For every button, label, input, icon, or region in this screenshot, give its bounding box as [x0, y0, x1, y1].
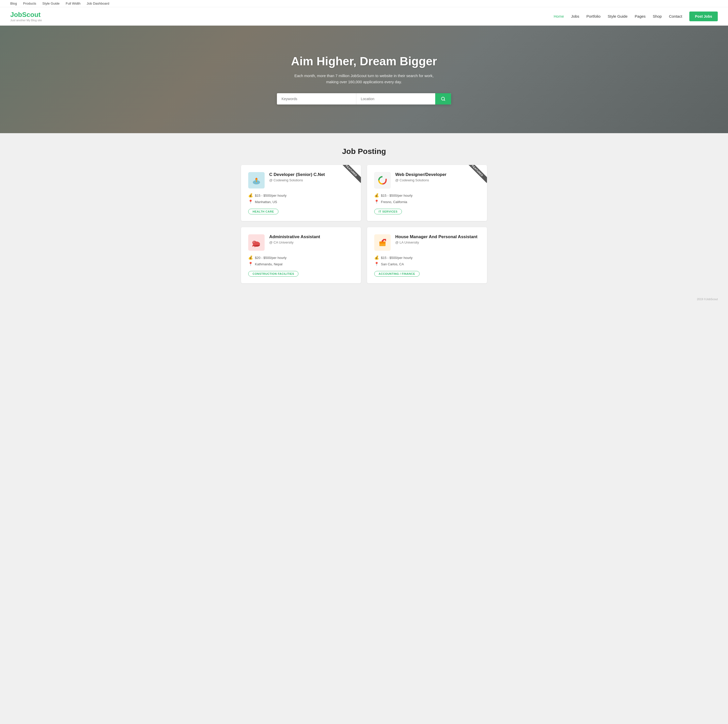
logo[interactable]: JobScout Just another My Blog site — [10, 11, 42, 22]
job-tag-3[interactable]: CONSTRUCTION FACILITIES — [248, 271, 298, 276]
company-name-3: @ CA University — [269, 240, 320, 244]
salary-row-4: 💰 $15 - $500/per hourly — [374, 255, 480, 260]
location-icon-2: 📍 — [374, 200, 379, 204]
search-bar — [277, 93, 451, 104]
location-3: Kathmandu, Nepal — [255, 262, 283, 266]
company-name-2: @ Codewing Solutions — [395, 178, 447, 182]
nav-portfolio[interactable]: Portfolio — [586, 14, 600, 18]
job-card-header-4: House Manager And Personal Assistant @ L… — [374, 234, 480, 251]
money-icon-2: 💰 — [374, 193, 379, 198]
svg-point-7 — [254, 242, 254, 242]
page-footer: 2019 ©JobScout — [0, 293, 728, 305]
job-info-2: Web Designer/Developer @ Codewing Soluti… — [395, 172, 447, 182]
company-logo-2 — [374, 172, 391, 188]
job-card-1[interactable]: FEATURED C Developer (Senior) C.Net @ Co… — [241, 165, 361, 221]
nav-shop[interactable]: Shop — [653, 14, 662, 18]
location-4: San Carlos, CA — [381, 262, 404, 266]
section-title: Job Posting — [241, 147, 487, 156]
salary-row-3: 💰 $20 - $500/per hourly — [248, 255, 354, 260]
location-icon-4: 📍 — [374, 262, 379, 266]
salary-row-1: 💰 $15 - $500/per hourly — [248, 193, 354, 198]
nav-home[interactable]: Home — [554, 14, 564, 18]
nav-jobs[interactable]: Jobs — [571, 14, 580, 18]
salary-4: $15 - $500/per hourly — [381, 256, 413, 260]
location-row-1: 📍 Manhattan, US — [248, 200, 354, 204]
job-title-1: C Developer (Senior) C.Net — [269, 172, 325, 177]
job-meta-3: 💰 $20 - $500/per hourly 📍 Kathmandu, Nep… — [248, 255, 354, 266]
top-bar: Blog Products Style Guide Full Width Job… — [0, 0, 728, 7]
nav-pages[interactable]: Pages — [635, 14, 646, 18]
location-2: Fresno, California — [381, 200, 407, 204]
hero-heading: Aim Higher, Dream Bigger — [5, 54, 723, 68]
job-meta-4: 💰 $15 - $500/per hourly 📍 San Carlos, CA — [374, 255, 480, 266]
main-nav: JobScout Just another My Blog site Home … — [0, 7, 728, 26]
job-card-header-3: Administrative Assistant @ CA University — [248, 234, 354, 251]
jobs-grid: FEATURED C Developer (Senior) C.Net @ Co… — [241, 165, 487, 283]
location-1: Manhattan, US — [255, 200, 277, 204]
keywords-input[interactable] — [277, 93, 356, 104]
job-title-4: House Manager And Personal Assistant — [395, 234, 477, 240]
job-tag-2[interactable]: IT SERVICES — [374, 209, 402, 214]
money-icon-4: 💰 — [374, 255, 379, 260]
svg-point-5 — [252, 241, 256, 244]
svg-rect-8 — [252, 245, 253, 247]
search-button[interactable] — [435, 93, 451, 104]
hero-subtext: Each month, more than 7 million JobScout… — [292, 73, 436, 85]
topbar-products[interactable]: Products — [23, 2, 36, 5]
company-name-4: @ LA University — [395, 240, 477, 244]
location-row-4: 📍 San Carlos, CA — [374, 262, 480, 266]
company-logo-4 — [374, 234, 391, 251]
hero-section: Aim Higher, Dream Bigger Each month, mor… — [0, 26, 728, 133]
logo-icon-3 — [251, 237, 262, 248]
job-tag-4[interactable]: ACCOUNTING / FINANCE — [374, 271, 420, 276]
nav-contact[interactable]: Contact — [669, 14, 682, 18]
location-row-3: 📍 Kathmandu, Nepal — [248, 262, 354, 266]
location-row-2: 📍 Fresno, California — [374, 200, 480, 204]
job-card-4[interactable]: House Manager And Personal Assistant @ L… — [367, 227, 487, 283]
logo-icon-2 — [377, 175, 388, 186]
salary-row-2: 💰 $15 - $500/per hourly — [374, 193, 480, 198]
post-jobs-button[interactable]: Post Jobs — [689, 12, 718, 21]
svg-rect-9 — [254, 246, 255, 247]
company-name-1: @ Codewing Solutions — [269, 178, 325, 182]
job-tag-1[interactable]: HEALTH CARE — [248, 209, 278, 214]
footer-text: 2019 ©JobScout — [697, 298, 718, 301]
job-meta-1: 💰 $15 - $500/per hourly 📍 Manhattan, US — [248, 193, 354, 204]
company-logo-3 — [248, 234, 265, 251]
topbar-blog[interactable]: Blog — [10, 2, 17, 5]
logo-icon-1 — [251, 175, 262, 186]
job-card-2[interactable]: FEATURED Web Designer/Developer @ Codewi… — [367, 165, 487, 221]
job-card-3[interactable]: Administrative Assistant @ CA University… — [241, 227, 361, 283]
jobs-section: Job Posting FEATURED C Developer (Seni — [236, 133, 492, 293]
money-icon-1: 💰 — [248, 193, 253, 198]
logo-text: JobScout — [10, 11, 42, 19]
svg-line-1 — [444, 99, 445, 101]
company-logo-1 — [248, 172, 265, 188]
job-title-2: Web Designer/Developer — [395, 172, 447, 177]
job-info-1: C Developer (Senior) C.Net @ Codewing So… — [269, 172, 325, 182]
job-info-3: Administrative Assistant @ CA University — [269, 234, 320, 244]
location-icon-3: 📍 — [248, 262, 253, 266]
job-meta-2: 💰 $15 - $500/per hourly 📍 Fresno, Califo… — [374, 193, 480, 204]
topbar-style-guide[interactable]: Style Guide — [42, 2, 60, 5]
money-icon-3: 💰 — [248, 255, 253, 260]
job-title-3: Administrative Assistant — [269, 234, 320, 240]
topbar-full-width[interactable]: Full Width — [66, 2, 81, 5]
nav-style-guide[interactable]: Style Guide — [607, 14, 628, 18]
location-input[interactable] — [356, 93, 436, 104]
salary-3: $20 - $500/per hourly — [255, 256, 287, 260]
salary-2: $15 - $500/per hourly — [381, 194, 413, 197]
topbar-job-dashboard[interactable]: Job Dashboard — [87, 2, 109, 5]
location-icon-1: 📍 — [248, 200, 253, 204]
logo-tagline: Just another My Blog site — [10, 19, 42, 22]
logo-icon-4 — [377, 237, 388, 248]
job-card-header-2: Web Designer/Developer @ Codewing Soluti… — [374, 172, 480, 188]
search-icon — [441, 96, 445, 101]
salary-1: $15 - $500/per hourly — [255, 194, 287, 197]
nav-links: Home Jobs Portfolio Style Guide Pages Sh… — [554, 14, 682, 19]
job-info-4: House Manager And Personal Assistant @ L… — [395, 234, 477, 244]
job-card-header-1: C Developer (Senior) C.Net @ Codewing So… — [248, 172, 354, 188]
